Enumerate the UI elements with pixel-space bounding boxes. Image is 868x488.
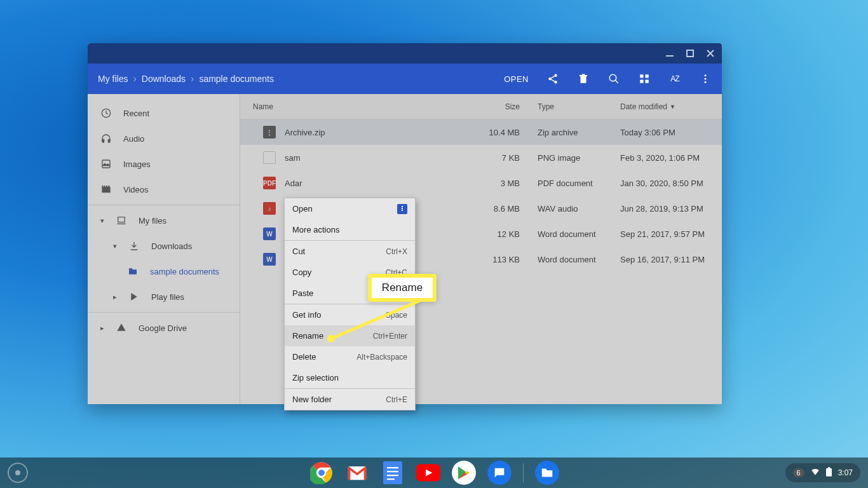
sidebar-item-label: Downloads <box>151 241 192 251</box>
sort-az-icon[interactable]: AZ <box>668 72 681 85</box>
breadcrumb-sampledocs[interactable]: sample documents <box>199 74 274 84</box>
ctx-more-actions[interactable]: More actions <box>285 219 415 240</box>
content-area: Recent Audio Images Videos ▾My files ▾Do… <box>88 94 722 404</box>
open-button[interactable]: OPEN <box>504 72 529 85</box>
file-type: PDF document <box>531 179 614 188</box>
sidebar-item-audio[interactable]: Audio <box>88 126 240 151</box>
headphones-icon <box>100 133 112 144</box>
sidebar-separator <box>88 205 240 205</box>
pdf-file-icon: PDF <box>263 177 276 189</box>
chevron-right-icon: ▸ <box>113 293 121 301</box>
system-tray[interactable]: 6 3:07 <box>785 463 860 482</box>
ctx-cut[interactable]: CutCtrl+X <box>285 241 415 262</box>
svg-rect-34 <box>387 475 398 476</box>
file-row[interactable]: PDFAdar3 MBPDF documentJan 30, 2020, 8:5… <box>240 170 722 196</box>
tray-clock: 3:07 <box>838 468 853 477</box>
youtube-app-icon[interactable] <box>416 461 440 485</box>
svg-point-4 <box>554 81 557 84</box>
file-row[interactable]: ⋮Archive.zip10.4 MBZip archiveToday 3:06… <box>240 119 722 145</box>
sidebar-item-label: sample documents <box>150 267 219 276</box>
chevron-right-icon: ▸ <box>100 324 108 332</box>
doc-file-icon: W <box>263 253 276 266</box>
ctx-zip-selection[interactable]: Zip selection <box>285 367 415 388</box>
breadcrumb-downloads[interactable]: Downloads <box>142 74 186 84</box>
video-icon <box>100 184 112 195</box>
docs-app-icon[interactable] <box>381 461 405 485</box>
more-options-icon[interactable] <box>699 72 712 85</box>
aud-file-icon: ♪ <box>263 202 276 215</box>
files-app-icon[interactable] <box>535 461 559 485</box>
sidebar-item-label: Videos <box>123 185 149 194</box>
close-button[interactable] <box>705 48 715 58</box>
file-list-header: Name Size Type Date modified▼ <box>240 94 722 119</box>
svg-rect-1 <box>687 50 693 57</box>
sidebar-item-videos[interactable]: Videos <box>88 177 240 202</box>
file-date: Today 3:06 PM <box>614 128 722 137</box>
shelf-divider <box>523 463 524 482</box>
chevron-down-icon: ▾ <box>100 217 108 225</box>
file-date: Sep 21, 2017, 9:57 PM <box>614 229 722 239</box>
breadcrumb: My files › Downloads › sample documents <box>98 73 504 85</box>
sidebar-item-downloads[interactable]: ▾Downloads <box>88 233 240 259</box>
file-date: Jun 28, 2019, 9:13 PM <box>614 204 722 214</box>
share-icon[interactable] <box>546 72 559 85</box>
column-header-name[interactable]: Name <box>240 102 468 111</box>
svg-rect-18 <box>102 186 103 187</box>
svg-rect-39 <box>826 468 832 477</box>
ctx-rename[interactable]: RenameCtrl+Enter <box>285 325 415 346</box>
svg-rect-16 <box>102 160 110 168</box>
gmail-app-icon[interactable] <box>345 461 369 485</box>
play-icon <box>128 291 140 302</box>
notification-count-badge: 6 <box>793 468 804 477</box>
ctx-new-folder[interactable]: New folderCtrl+E <box>285 389 415 410</box>
file-size: 7 KB <box>468 153 531 163</box>
file-size: 8.6 MB <box>468 204 531 214</box>
zip-app-icon <box>397 204 407 214</box>
svg-point-3 <box>548 78 552 81</box>
column-header-date[interactable]: Date modified▼ <box>614 102 722 111</box>
sidebar-item-sampledocs[interactable]: sample documents <box>88 259 240 284</box>
svg-rect-20 <box>106 186 107 187</box>
column-header-size[interactable]: Size <box>468 102 531 111</box>
file-row[interactable]: sam7 KBPNG imageFeb 3, 2020, 1:06 PM <box>240 145 722 170</box>
sidebar-item-images[interactable]: Images <box>88 151 240 177</box>
sidebar-item-myfiles[interactable]: ▾My files <box>88 208 240 233</box>
zip-file-icon: ⋮ <box>263 126 276 139</box>
chrome-app-icon[interactable] <box>309 461 334 485</box>
annotation-callout-rename: Rename <box>368 274 437 302</box>
search-icon[interactable] <box>607 72 620 85</box>
file-size: 113 KB <box>468 255 531 264</box>
files-app-window: My files › Downloads › sample documents … <box>88 43 722 404</box>
folder-icon <box>127 266 139 277</box>
maximize-button[interactable] <box>685 48 695 58</box>
svg-point-29 <box>318 469 325 477</box>
column-header-type[interactable]: Type <box>531 102 614 111</box>
svg-rect-38 <box>496 472 500 473</box>
launcher-button[interactable] <box>8 463 28 483</box>
svg-rect-17 <box>102 187 110 193</box>
breadcrumb-myfiles[interactable]: My files <box>98 74 128 84</box>
svg-rect-0 <box>666 55 674 57</box>
chevron-right-icon: › <box>133 73 136 85</box>
clock-icon <box>100 107 112 119</box>
minimize-button[interactable] <box>665 48 675 58</box>
delete-icon[interactable] <box>577 72 590 85</box>
file-size: 12 KB <box>468 229 531 239</box>
svg-rect-19 <box>104 186 105 187</box>
view-grid-icon[interactable] <box>638 72 651 85</box>
file-type: Word document <box>531 229 614 239</box>
toolbar-actions: OPEN AZ <box>504 72 712 85</box>
sidebar-item-playfiles[interactable]: ▸Play files <box>88 284 240 309</box>
sidebar-item-label: Google Drive <box>139 323 187 333</box>
sidebar-item-recent[interactable]: Recent <box>88 100 240 126</box>
messages-app-icon[interactable] <box>487 461 512 485</box>
svg-rect-31 <box>383 461 402 484</box>
drive-icon <box>116 322 127 334</box>
sidebar-item-gdrive[interactable]: ▸Google Drive <box>88 315 240 341</box>
ctx-delete[interactable]: DeleteAlt+Backspace <box>285 346 415 367</box>
svg-rect-24 <box>402 208 403 209</box>
svg-rect-37 <box>496 470 502 471</box>
ctx-open[interactable]: Open <box>285 198 415 219</box>
playstore-app-icon[interactable] <box>452 461 476 485</box>
ctx-get-info[interactable]: Get infoSpace <box>285 304 415 325</box>
